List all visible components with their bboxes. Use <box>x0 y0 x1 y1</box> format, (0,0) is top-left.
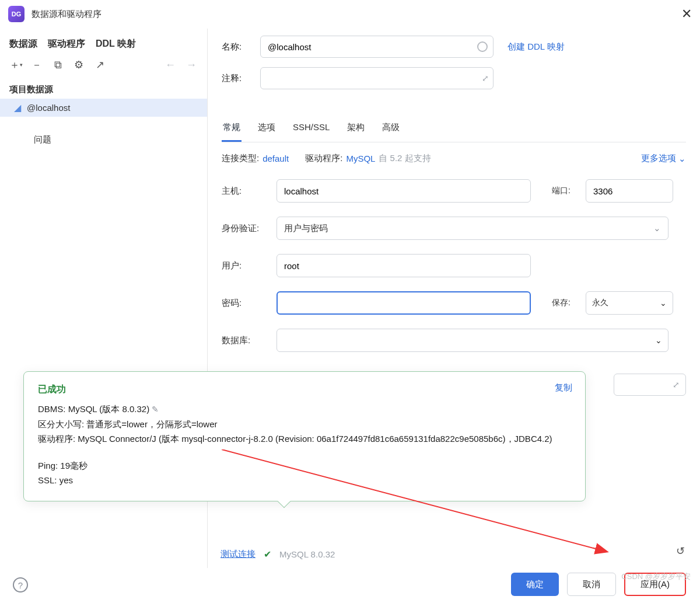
driver-link[interactable]: MySQL <box>346 154 375 163</box>
success-title: 已成功 <box>38 384 571 396</box>
port-input[interactable] <box>586 179 673 203</box>
titlebar: DG 数据源和驱动程序 ✕ <box>0 0 700 28</box>
password-label: 密码: <box>222 298 268 309</box>
name-input[interactable] <box>260 36 494 58</box>
tab-options[interactable]: 选项 <box>257 116 276 142</box>
success-popup: 已成功 复制 DBMS: MySQL (版本 8.0.32) ✎ 区分大小写: … <box>23 371 586 501</box>
copy-link[interactable]: 复制 <box>555 382 572 393</box>
name-label: 名称: <box>222 41 252 53</box>
check-icon: ✔ <box>264 549 271 560</box>
comment-label: 注释: <box>222 73 252 84</box>
chevron-down-icon: ⌄ <box>660 298 667 308</box>
add-icon[interactable]: ＋▾ <box>9 58 22 71</box>
comment-input[interactable] <box>260 67 494 89</box>
chevron-down-icon: ⌄ <box>678 154 686 164</box>
color-circle-icon[interactable] <box>477 41 488 52</box>
auth-label: 身份验证: <box>222 223 268 234</box>
chevron-down-icon: ⌄ <box>653 223 661 233</box>
forward-icon[interactable]: → <box>185 58 198 71</box>
save-label: 保存: <box>552 298 578 308</box>
conn-type-label: 连接类型: <box>222 153 259 164</box>
tab-schema[interactable]: 架构 <box>346 116 366 142</box>
sidebar-tab-datasource[interactable]: 数据源 <box>9 38 37 50</box>
port-label: 端口: <box>552 186 578 196</box>
auth-select[interactable]: 用户与密码 ⌄ <box>276 217 668 240</box>
copy-icon[interactable]: ⧉ <box>51 58 64 71</box>
tab-advanced[interactable]: 高级 <box>381 116 401 142</box>
database-label: 数据库: <box>222 335 268 346</box>
database-icon: ◢ <box>14 102 21 113</box>
window-title: 数据源和驱动程序 <box>32 9 102 20</box>
cancel-button[interactable]: 取消 <box>567 573 616 596</box>
chevron-down-icon: ⌄ <box>655 336 662 345</box>
tab-general[interactable]: 常规 <box>222 116 242 142</box>
more-options-link[interactable]: 更多选项 ⌄ <box>641 153 686 164</box>
expand-icon: ⤢ <box>673 380 680 389</box>
driver-label: 驱动程序: <box>305 153 342 164</box>
apply-button[interactable]: 应用(A) <box>624 573 686 596</box>
user-label: 用户: <box>222 260 268 271</box>
create-ddl-link[interactable]: 创建 DDL 映射 <box>508 41 565 53</box>
host-input[interactable] <box>276 179 531 203</box>
sidebar-item-localhost[interactable]: ◢ @localhost <box>0 99 207 117</box>
tab-ssh[interactable]: SSH/SSL <box>292 116 331 142</box>
driver-note: 自 5.2 起支持 <box>379 153 430 164</box>
host-label: 主机: <box>222 186 268 197</box>
sidebar-tab-ddl[interactable]: DDL 映射 <box>96 38 136 50</box>
save-select[interactable]: 永久 ⌄ <box>586 291 673 315</box>
external-icon[interactable]: ↗ <box>93 58 106 71</box>
user-input[interactable] <box>276 254 531 277</box>
sidebar-section-project: 项目数据源 <box>0 78 207 99</box>
pencil-icon[interactable]: ✎ <box>152 405 159 414</box>
sidebar-tab-drivers[interactable]: 驱动程序 <box>48 38 85 50</box>
test-connection-link[interactable]: 测试连接 <box>220 549 256 560</box>
password-input[interactable] <box>276 291 531 315</box>
back-icon[interactable]: ← <box>164 58 177 71</box>
config-tabs: 常规 选项 SSH/SSL 架构 高级 <box>222 116 686 142</box>
remove-icon[interactable]: － <box>30 58 43 71</box>
sidebar-item-problems[interactable]: 问题 <box>0 117 207 149</box>
url-expand-box[interactable]: ⤢ <box>614 374 686 396</box>
success-body: DBMS: MySQL (版本 8.0.32) ✎ 区分大小写: 普通形式=lo… <box>38 402 571 488</box>
help-icon[interactable]: ? <box>13 577 28 592</box>
database-select[interactable]: ⌄ <box>276 329 668 352</box>
status-version: MySQL 8.0.32 <box>279 549 335 559</box>
ok-button[interactable]: 确定 <box>511 573 559 596</box>
expand-icon[interactable]: ⤢ <box>482 74 489 83</box>
sidebar-item-label: @localhost <box>27 103 70 113</box>
footer-status: 测试连接 ✔ MySQL 8.0.32 <box>220 549 335 560</box>
gear-icon[interactable]: ⚙ <box>72 58 85 71</box>
close-icon[interactable]: ✕ <box>681 6 692 22</box>
app-icon: DG <box>8 6 24 22</box>
undo-icon[interactable]: ↺ <box>676 545 685 557</box>
conn-type-value[interactable]: default <box>262 154 289 163</box>
